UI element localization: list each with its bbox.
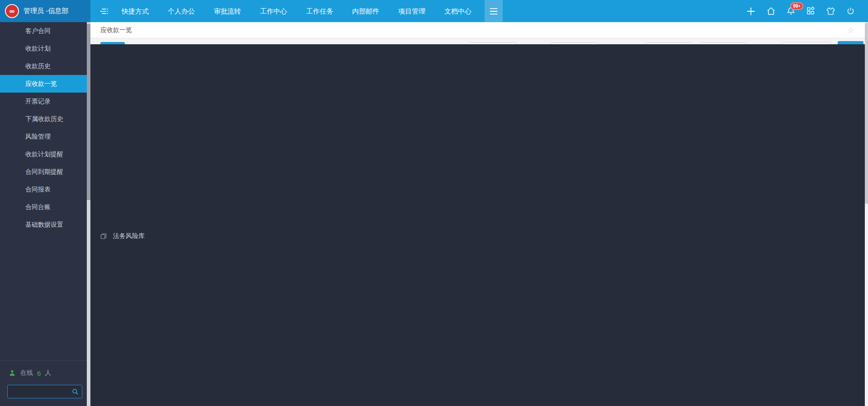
nav-item-document-center[interactable]: 文档中心 (435, 0, 481, 22)
home-icon[interactable] (766, 6, 776, 16)
copy-icon (99, 233, 108, 240)
nav-item-shortcuts[interactable]: 快捷方式 (112, 0, 158, 22)
sidebar-item-label: 收款历史 (25, 62, 51, 70)
logo-glyph: ∞ (9, 7, 14, 15)
sidebar-item[interactable]: 应收款一览 (0, 75, 90, 93)
notification-badge: 99+ (790, 2, 803, 10)
content-scrollbar-thumb[interactable] (865, 23, 868, 204)
sidebar-item[interactable]: 基础数据设置 (0, 216, 90, 233)
sidebar-item-label: 开票记录 (25, 98, 51, 106)
add-icon[interactable] (746, 6, 756, 16)
sidebar-item-label: 收款计划 (25, 45, 51, 53)
sidebar-scrollbar[interactable] (87, 22, 90, 406)
sidebar-item[interactable]: 收款历史 (0, 57, 90, 75)
sidebar-item-label: 法务风险库 (113, 232, 145, 240)
sidebar-search-box (7, 385, 82, 398)
nav-item-work-tasks[interactable]: 工作任务 (297, 0, 343, 22)
theme-shirt-icon[interactable] (826, 6, 835, 16)
top-icon-group: 99+ (746, 0, 868, 22)
sidebar-nav: 合同管理合同签约导航合同知识库采购合同销售合同客户合同收款计划收款历史应收款一览… (0, 22, 90, 406)
sidebar-item[interactable]: 收款计划 (0, 40, 90, 57)
sidebar-item-label: 客户合同 (25, 27, 51, 35)
breadcrumb-bar: 应收款一览 ☆ (90, 22, 868, 38)
sidebar-item[interactable]: 开票记录 (0, 93, 90, 110)
sidebar-item-label: 风险管理 (25, 133, 51, 141)
page-title: 应收款一览 (100, 26, 132, 34)
online-count: 6 (37, 369, 41, 377)
apps-grid-icon[interactable] (806, 6, 816, 16)
online-person-icon (8, 369, 16, 377)
sidebar-item-label: 收款计划提醒 (25, 150, 63, 159)
user-title: 管理员 -信息部 (24, 7, 68, 15)
notifications-bell-icon[interactable]: 99+ (786, 6, 796, 16)
sidebar-item[interactable]: 合同台账 (0, 198, 90, 216)
sidebar-item-label: 合同到期提醒 (25, 168, 63, 176)
sidebar-item-label: 合同台账 (25, 203, 51, 211)
sidebar-item-label: 基础数据设置 (25, 221, 63, 229)
brand-area: ∞ 管理员 -信息部 (0, 0, 90, 22)
sidebar-item[interactable]: 收款计划提醒 (0, 145, 90, 163)
online-status: 在线 6 人 (8, 369, 51, 377)
search-icon[interactable] (72, 388, 79, 395)
nav-item-approval-flow[interactable]: 审批流转 (204, 0, 250, 22)
sidebar-item[interactable]: 风险管理 (0, 128, 90, 145)
favorite-star-icon[interactable]: ☆ (847, 26, 854, 34)
online-suffix: 人 (45, 369, 51, 377)
sidebar-item[interactable]: 下属收款历史 (0, 110, 90, 128)
online-label: 在线 (20, 369, 33, 377)
nav-item-project-mgmt[interactable]: 项目管理 (389, 0, 435, 22)
sidebar-item[interactable]: 法务风险库 (90, 44, 868, 406)
content-scrollbar[interactable] (865, 22, 868, 406)
sidebar-item-label: 应收款一览 (25, 80, 57, 88)
sidebar-item[interactable]: 合同到期提醒 (0, 163, 90, 181)
power-logout-icon[interactable] (846, 6, 855, 16)
top-bar: ∞ 管理员 -信息部 快捷方式 个人办公 审批流转 工作中心 工作任务 内部邮件… (0, 0, 868, 22)
collapse-menu-icon[interactable] (99, 7, 110, 16)
sidebar-scrollbar-thumb[interactable] (87, 24, 90, 200)
sidebar-item-label: 下属收款历史 (25, 115, 63, 123)
sidebar-divider (0, 360, 87, 361)
app-logo: ∞ (5, 4, 19, 18)
sidebar-item-label: 合同报表 (25, 186, 51, 194)
sidebar-item[interactable]: 客户合同 (0, 22, 90, 40)
nav-item-work-center[interactable]: 工作中心 (250, 0, 297, 22)
sidebar-search-input[interactable] (8, 388, 72, 395)
more-menu-button[interactable] (485, 0, 503, 22)
nav-item-internal-mail[interactable]: 内部邮件 (343, 0, 389, 22)
top-nav: 快捷方式 个人办公 审批流转 工作中心 工作任务 内部邮件 项目管理 文档中心 (90, 0, 503, 22)
sidebar-item[interactable]: 合同报表 (0, 181, 90, 198)
sidebar-items: 合同管理合同签约导航合同知识库采购合同销售合同客户合同收款计划收款历史应收款一览… (0, 22, 90, 233)
nav-item-personal-office[interactable]: 个人办公 (158, 0, 204, 22)
